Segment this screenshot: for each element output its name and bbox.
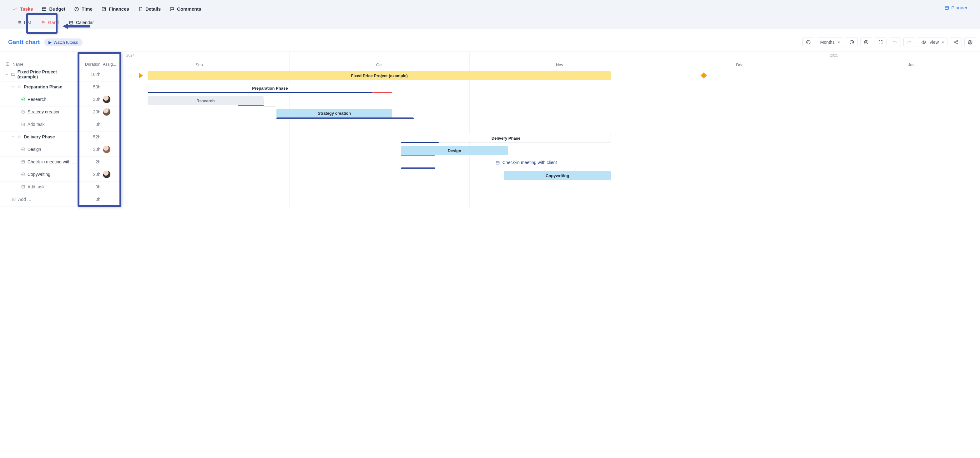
tab-finances[interactable]: Finances xyxy=(101,4,129,16)
tab-comments[interactable]: Comments xyxy=(169,4,201,16)
task-label: Design xyxy=(27,147,41,152)
tab-budget[interactable]: Budget xyxy=(41,4,65,16)
sub-nav: List Gantt Calendar xyxy=(0,16,980,29)
timeline[interactable]: 20242025SepOctNovDecJan Fixed Price Proj… xyxy=(122,52,980,207)
page-title: Gantt chart xyxy=(8,39,40,46)
month-label: Sep xyxy=(196,62,203,67)
gantt-bar-design[interactable]: Design xyxy=(401,146,508,155)
task-label: Add task xyxy=(27,184,45,189)
calendar-icon xyxy=(69,20,73,25)
progress-underline xyxy=(372,92,392,93)
progress-underline xyxy=(238,105,263,106)
task-row-phase1[interactable]: Preparation Phase50h xyxy=(0,82,122,94)
share-button[interactable] xyxy=(950,37,962,47)
task-assignee xyxy=(103,187,122,189)
gantt-bar-proj[interactable]: Fixed Price Project (example) xyxy=(148,71,611,80)
goto-today-right-button[interactable] xyxy=(846,37,858,47)
task-assignee xyxy=(103,124,122,127)
add-icon xyxy=(21,184,25,189)
task-row-proj[interactable]: Fixed Price Project (example)102h xyxy=(0,69,122,82)
check-icon xyxy=(21,172,25,177)
timeline-header: 20242025SepOctNovDecJan xyxy=(122,52,980,69)
chevron-down-icon: ▾ xyxy=(838,40,840,45)
task-row-strategy[interactable]: Strategy creation20h xyxy=(0,107,122,119)
gantt-icon xyxy=(41,20,46,25)
phase-icon xyxy=(17,84,22,89)
svg-rect-25 xyxy=(496,161,499,164)
tab-tasks[interactable]: Tasks xyxy=(13,4,33,16)
task-assignee xyxy=(103,96,122,106)
task-row-research[interactable]: Research30h xyxy=(0,94,122,107)
gantt-bar-copy[interactable]: Copywriting xyxy=(504,171,611,180)
folder-icon xyxy=(11,72,16,77)
svg-point-8 xyxy=(850,40,854,44)
subtab-gantt[interactable]: Gantt xyxy=(37,16,63,29)
timeline-row: Design xyxy=(122,144,980,157)
task-row-phase2[interactable]: Delivery Phase52h xyxy=(0,132,122,144)
checklist-icon xyxy=(13,6,18,11)
svg-point-20 xyxy=(22,147,25,151)
column-header-duration: Duration xyxy=(78,62,103,69)
svg-point-7 xyxy=(807,40,810,44)
svg-point-18 xyxy=(22,110,25,113)
task-assignee xyxy=(103,146,122,155)
timeline-row: Copywriting xyxy=(122,170,980,182)
task-duration: 30h xyxy=(78,147,103,154)
task-row-add3[interactable]: Add …0h xyxy=(0,194,122,207)
avatar xyxy=(103,171,110,178)
fullscreen-button[interactable] xyxy=(875,37,886,47)
gantt-bar-research[interactable]: Research xyxy=(148,96,263,105)
gantt-bar-phase2[interactable]: Delivery Phase xyxy=(401,134,611,143)
svg-point-9 xyxy=(864,40,868,44)
phase-icon xyxy=(17,134,22,139)
settings-button[interactable] xyxy=(964,37,976,47)
task-duration: 50h xyxy=(78,84,103,92)
redo-button[interactable] xyxy=(904,37,915,47)
month-label: Oct xyxy=(376,62,382,67)
subtab-list[interactable]: List xyxy=(13,16,35,29)
list-icon xyxy=(17,20,22,25)
check-icon xyxy=(21,109,25,114)
subtab-calendar[interactable]: Calendar xyxy=(64,16,98,29)
task-assignee xyxy=(103,199,122,202)
clock-icon xyxy=(74,6,79,11)
svg-rect-3 xyxy=(945,6,949,10)
gantt-bar-strategy[interactable]: Strategy creation xyxy=(277,109,392,117)
tab-time[interactable]: Time xyxy=(74,4,92,16)
milestone-marker[interactable] xyxy=(701,73,707,79)
task-label: Research xyxy=(27,97,46,102)
undo-button[interactable] xyxy=(889,37,901,47)
zoom-level-select[interactable]: Months ▾ xyxy=(817,37,843,47)
task-row-copy[interactable]: Copywriting20h xyxy=(0,170,122,182)
chevron-down-icon[interactable] xyxy=(11,135,15,139)
task-row-meeting[interactable]: Check-in meeting with …2h xyxy=(0,157,122,170)
task-assignee xyxy=(103,108,122,118)
view-options-button[interactable]: View ▾ xyxy=(918,37,948,47)
task-row-design[interactable]: Design30h xyxy=(0,144,122,157)
month-label: Jan xyxy=(908,62,915,67)
event-label[interactable]: Check-in meeting with client xyxy=(495,160,557,165)
tab-details[interactable]: Details xyxy=(138,4,161,16)
chevron-down-icon[interactable] xyxy=(5,73,9,76)
task-label: Preparation Phase xyxy=(24,84,62,89)
task-duration: 52h xyxy=(78,134,103,142)
svg-point-15 xyxy=(970,41,971,43)
add-column-icon[interactable] xyxy=(5,62,10,67)
dependency-connector xyxy=(264,101,275,107)
task-row-add1[interactable]: Add task0h xyxy=(0,119,122,132)
chevron-down-icon[interactable] xyxy=(11,85,15,89)
watch-tutorial-button[interactable]: ▶ Watch tutorial xyxy=(44,38,83,46)
task-assignee xyxy=(103,87,122,89)
planner-link[interactable]: Planner xyxy=(944,5,967,15)
avatar xyxy=(103,96,110,103)
task-label: Add task xyxy=(27,122,45,127)
goto-today-left-button[interactable] xyxy=(802,37,814,47)
task-row-add2[interactable]: Add task0h xyxy=(0,182,122,194)
task-duration: 0h xyxy=(78,122,103,129)
task-label: Add … xyxy=(18,197,32,202)
timeline-row xyxy=(122,194,980,207)
task-duration: 20h xyxy=(78,172,103,179)
critical-path-button[interactable] xyxy=(860,37,872,47)
avatar xyxy=(103,146,110,153)
gantt-bar-phase1[interactable]: Preparation Phase xyxy=(148,84,392,92)
